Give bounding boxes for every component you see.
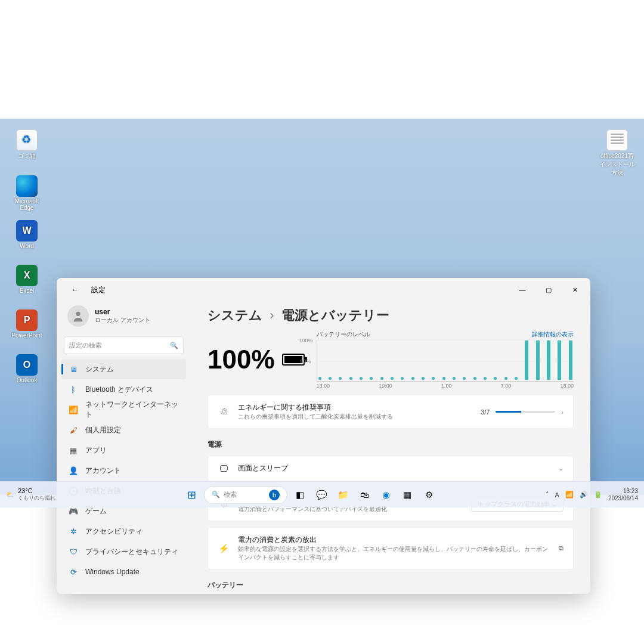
sidebar-item-3[interactable]: 🖌個人用設定 (61, 420, 186, 440)
sidebar-item-4[interactable]: ▦アプリ (61, 440, 186, 460)
weather-icon: ⛅ (6, 491, 14, 499)
monitor-icon: 🖵 (218, 463, 230, 473)
desktop-icon-edge[interactable]: Microsoft Edge (9, 175, 45, 211)
taskbar: ⛅ 23°Cくもりのち晴れ ⊞ 🔍検索 b ◧ 💬 📁 🛍 ◉ ▦ ⚙ ˄ A … (0, 481, 644, 507)
chevron-down-icon: ⌄ (558, 465, 564, 472)
chart-detail-link[interactable]: 詳細情報の表示 (532, 330, 574, 339)
sidebar-item-8[interactable]: ✲アクセシビリティ (61, 521, 186, 541)
sidebar-item-9[interactable]: 🛡プライバシーとセキュリティ (61, 541, 186, 562)
app-button[interactable]: ▦ (398, 486, 416, 504)
desktop-wallpaper: ゴミ箱 Microsoft Edge WWord XExcel PPowerPo… (0, 119, 644, 495)
nav-icon: 👤 (69, 466, 78, 475)
nav-label: ネットワークとインターネット (85, 400, 179, 420)
sidebar: user ローカル アカウント 設定の検索 🔍 🖥システムᛒBluetooth … (57, 302, 191, 594)
energy-count: 3/7 (481, 408, 490, 416)
bing-icon: b (269, 490, 280, 500)
search-input[interactable]: 設定の検索 🔍 (64, 336, 184, 354)
tray-chevron-icon[interactable]: ˄ (546, 491, 549, 499)
sidebar-item-5[interactable]: 👤アカウント (61, 460, 186, 481)
nav-label: アクセシビリティ (85, 527, 143, 537)
breadcrumb-page: 電源とバッテリー (281, 308, 389, 323)
nav-label: ゲーム (85, 506, 107, 516)
user-subtitle: ローカル アカウント (95, 316, 150, 324)
desktop-icon-powerpoint[interactable]: PPowerPoint (9, 309, 45, 339)
leaf-icon: ♲ (218, 407, 230, 417)
chart-title: バッテリーのレベル (317, 330, 370, 339)
user-name: user (95, 308, 150, 316)
card-carbon[interactable]: ⚡ 電力の消費と炭素の放出効率的な電源の設定を選択する方法を学ぶと、エネルギーの… (208, 527, 574, 569)
taskbar-clock[interactable]: 13:232023/06/14 (608, 488, 638, 502)
system-tray[interactable]: ˄ A 📶 🔊 🔋 13:232023/06/14 (525, 488, 638, 502)
search-icon: 🔍 (212, 491, 220, 499)
nav-icon: 🖥 (69, 364, 78, 374)
desktop-icon-excel[interactable]: XExcel (9, 265, 45, 294)
energy-icon: ⚡ (218, 543, 230, 554)
start-button[interactable]: ⊞ (182, 486, 200, 504)
maximize-button[interactable]: ▢ (535, 278, 562, 302)
nav-icon: 🎮 (69, 506, 78, 516)
battery-chart: バッテリーのレベル 詳細情報の表示 100% 50% 13:0019:00 1:… (317, 330, 574, 389)
section-header-power: 電源 (208, 439, 574, 450)
desktop-icon-outlook[interactable]: OOutlook (9, 354, 45, 383)
nav-label: プライバシーとセキュリティ (85, 547, 178, 557)
taskbar-search[interactable]: 🔍検索 b (204, 486, 287, 504)
close-button[interactable]: ✕ (562, 278, 588, 302)
back-icon: ← (72, 286, 79, 294)
nav-icon: 📶 (69, 405, 78, 414)
titlebar: ← 設定 — ▢ ✕ (57, 278, 590, 302)
battery-percentage: 100% (208, 330, 305, 389)
nav-icon: ▦ (69, 445, 78, 455)
settings-button[interactable]: ⚙ (420, 486, 438, 504)
user-profile[interactable]: user ローカル アカウント (61, 302, 186, 335)
back-button[interactable]: ← (66, 281, 84, 299)
chevron-right-icon: › (561, 408, 564, 416)
desktop-icon-textfile[interactable]: office2021再インストール方法 (599, 129, 635, 177)
taskbar-weather[interactable]: ⛅ 23°Cくもりのち晴れ (6, 487, 95, 502)
card-screen-sleep[interactable]: 🖵 画面とスリープ ⌄ (208, 456, 574, 481)
edge-button[interactable]: ◉ (377, 486, 395, 504)
nav-icon: 🛡 (69, 547, 78, 556)
nav-icon: ✲ (69, 527, 78, 536)
battery-tray-icon[interactable]: 🔋 (594, 491, 602, 499)
nav-label: Bluetooth とデバイス (85, 385, 153, 395)
task-view-button[interactable]: ◧ (291, 486, 309, 504)
breadcrumb-sep: › (270, 308, 274, 323)
search-icon: 🔍 (170, 342, 178, 349)
ime-icon[interactable]: A (555, 491, 559, 499)
external-link-icon: ⧉ (559, 544, 564, 552)
chat-button[interactable]: 💬 (312, 486, 330, 504)
store-button[interactable]: 🛍 (355, 486, 373, 504)
sidebar-item-1[interactable]: ᛒBluetooth とデバイス (61, 379, 186, 400)
sidebar-item-0[interactable]: 🖥システム (61, 359, 186, 379)
wifi-icon[interactable]: 📶 (565, 491, 574, 499)
volume-icon[interactable]: 🔊 (580, 491, 588, 499)
avatar (67, 305, 89, 327)
svg-point-0 (76, 312, 80, 316)
card-energy-recommendations[interactable]: ♲ エネルギーに関する推奨事項これらの推奨事項を適用して二酸化炭素排出量を削減す… (208, 395, 574, 429)
search-placeholder: 設定の検索 (69, 341, 170, 350)
section-header-battery: バッテリー (208, 580, 574, 590)
window-title: 設定 (91, 285, 106, 295)
minimize-button[interactable]: — (509, 278, 535, 302)
nav-label: 個人用設定 (85, 425, 121, 435)
nav-label: アプリ (85, 445, 107, 456)
main-content: システム › 電源とバッテリー 100% バッテリーのレベル 詳細情報の表示 (191, 302, 590, 594)
nav-icon: ᛒ (69, 385, 78, 394)
breadcrumb-root[interactable]: システム (208, 308, 262, 323)
nav-label: システム (85, 364, 114, 374)
breadcrumb: システム › 電源とバッテリー (208, 306, 574, 324)
desktop-icon-recycle-bin[interactable]: ゴミ箱 (9, 129, 45, 160)
chart-xaxis: 13:0019:00 1:007:00 13:00 (317, 383, 574, 389)
desktop-icon-word[interactable]: WWord (9, 220, 45, 249)
energy-progress (496, 411, 555, 413)
nav-label: アカウント (85, 466, 121, 476)
sidebar-item-10[interactable]: ⟳Windows Update (61, 562, 186, 582)
nav-label: Windows Update (85, 568, 140, 576)
settings-window: ← 設定 — ▢ ✕ user ローカル アカウント 設定の検索 🔍 (57, 278, 590, 594)
nav-icon: 🖌 (69, 425, 78, 435)
nav-icon: ⟳ (69, 567, 78, 577)
sidebar-item-2[interactable]: 📶ネットワークとインターネット (61, 400, 186, 420)
explorer-button[interactable]: 📁 (334, 486, 352, 504)
